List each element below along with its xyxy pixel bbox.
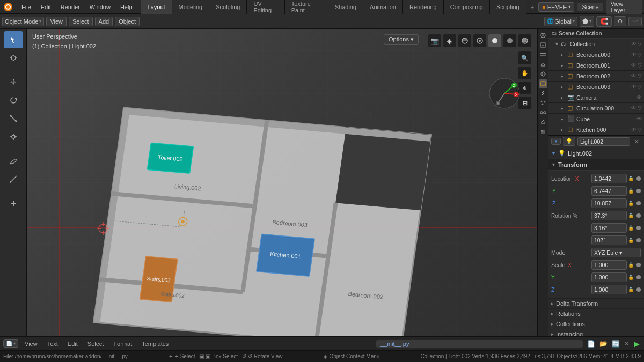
- instancing-section[interactable]: ▸ Instancing: [548, 329, 644, 336]
- location-z-lock[interactable]: 🔒: [628, 201, 635, 206]
- bedroom003-hide[interactable]: 👁: [631, 84, 636, 90]
- viewport-shade-render[interactable]: [518, 34, 531, 47]
- scale-x-lock[interactable]: 🔒: [628, 262, 635, 268]
- mode-dropdown[interactable]: XYZ Eule ▾: [591, 248, 641, 257]
- scale-x-dot[interactable]: [636, 263, 641, 267]
- script-select-menu[interactable]: Select: [84, 339, 107, 348]
- viewport-shade-solid[interactable]: [488, 34, 501, 47]
- relations-section[interactable]: ▸ Relations: [548, 309, 644, 319]
- tree-item-bedroom002[interactable]: ▸ ◫ Bedroom.002 👁 ▽: [548, 71, 644, 82]
- viewport-options[interactable]: Options ▾: [384, 34, 419, 45]
- prop-object-icon[interactable]: [539, 79, 547, 88]
- viewlayer-select[interactable]: View Layer: [606, 0, 642, 14]
- scene-select[interactable]: Scene: [577, 3, 603, 11]
- axis-gizmo[interactable]: Z X Y: [488, 77, 521, 109]
- move-tool[interactable]: [4, 73, 23, 91]
- pivot-select[interactable]: ⬟ ▾: [580, 16, 594, 27]
- prop-output-icon[interactable]: [539, 41, 547, 49]
- add-cube-tool[interactable]: [4, 195, 23, 212]
- bedroom001-filter[interactable]: ▽: [638, 62, 642, 68]
- location-y-lock[interactable]: 🔒: [628, 188, 635, 194]
- tab-scripting[interactable]: Scripting: [490, 0, 526, 14]
- circulation-hide[interactable]: 👁: [631, 105, 636, 111]
- rotation-y-field[interactable]: 3.16°: [591, 223, 627, 233]
- tab-uv-editing[interactable]: UV Editing: [247, 0, 284, 14]
- tree-item-circulation[interactable]: ▸ ◫ Circulation.000 👁 ▽: [548, 103, 644, 114]
- bedroom000-hide[interactable]: 👁: [631, 51, 636, 57]
- prop-world-icon[interactable]: [539, 70, 547, 78]
- menu-window[interactable]: Window: [85, 3, 115, 11]
- script-format-menu[interactable]: Format: [110, 339, 135, 348]
- script-text-menu[interactable]: Text: [44, 339, 61, 348]
- location-x-field[interactable]: 1.0442: [591, 174, 627, 183]
- light-obj-icon-btn[interactable]: 💡: [563, 137, 575, 146]
- delta-transform-section[interactable]: ▸ Delta Transform: [548, 299, 644, 309]
- add-menu[interactable]: Add: [95, 17, 113, 26]
- engine-select[interactable]: ● EEVEE ▾: [538, 2, 574, 12]
- rotation-x-lock[interactable]: 🔒: [628, 213, 635, 218]
- rotation-z-lock[interactable]: 🔒: [628, 238, 635, 243]
- transform-select[interactable]: 🌐 Global ▾: [544, 17, 577, 26]
- tab-compositing[interactable]: Compositing: [444, 0, 490, 14]
- mode-select[interactable]: Object Mode ▾: [2, 17, 44, 26]
- scale-tool[interactable]: [4, 110, 23, 127]
- tab-animation[interactable]: Animation: [363, 0, 403, 14]
- prop-material-icon[interactable]: [539, 128, 547, 136]
- menu-edit[interactable]: Edit: [36, 3, 55, 11]
- tab-layout[interactable]: Layout: [141, 0, 172, 14]
- script-filename-field[interactable]: __init__.py: [376, 340, 583, 348]
- material-view-btn[interactable]: ◈: [443, 34, 456, 47]
- location-z-dot[interactable]: [636, 201, 641, 205]
- collection-filter-icon[interactable]: ▽: [638, 41, 642, 47]
- script-reload-btn[interactable]: 🔄: [611, 339, 621, 349]
- gizmo-btn[interactable]: [473, 34, 486, 47]
- menu-help[interactable]: Help: [116, 3, 137, 11]
- transform-section-header[interactable]: ▼ Transform: [548, 159, 644, 171]
- tree-item-bedroom001[interactable]: ▸ ◫ Bedroom.001 👁 ▽: [548, 60, 644, 71]
- tree-item-bedroom000[interactable]: ▸ ◫ Bedroom.000 👁 ▽: [548, 49, 644, 60]
- script-close-btn[interactable]: ✕: [623, 339, 631, 349]
- rotation-z-dot[interactable]: [636, 238, 641, 242]
- prop-particles-icon[interactable]: [539, 99, 547, 107]
- script-templates-menu[interactable]: Templates: [138, 339, 172, 348]
- location-y-field[interactable]: 6.7447: [591, 186, 627, 196]
- measure-tool[interactable]: [4, 171, 23, 188]
- bedroom000-filter[interactable]: ▽: [638, 51, 642, 57]
- select-tool[interactable]: [4, 31, 23, 48]
- location-y-dot[interactable]: [636, 189, 641, 193]
- script-new-btn[interactable]: 📄: [586, 339, 596, 349]
- bedroom002-filter[interactable]: ▽: [638, 73, 642, 79]
- rotate-tool[interactable]: [4, 92, 23, 109]
- script-run-btn[interactable]: ▶: [633, 338, 641, 349]
- snap-toggle[interactable]: 🧲: [596, 16, 612, 27]
- location-x-lock[interactable]: 🔒: [628, 176, 635, 181]
- tree-item-camera[interactable]: ▸ 📷 Camera 👁: [548, 92, 644, 103]
- outliner-tree[interactable]: ▼ 🗂 Collection 👁 ▽ ▸ ◫ Bedroom.000: [548, 39, 644, 136]
- transform-tool[interactable]: [4, 128, 23, 145]
- rotation-z-field[interactable]: 107°: [591, 235, 627, 245]
- rotation-x-dot[interactable]: [636, 213, 641, 218]
- viewport[interactable]: Toilet.002 Living.002 Bedroom.003 Kitche…: [27, 29, 537, 336]
- prop-render-icon[interactable]: [539, 31, 547, 40]
- zoom-in-btn[interactable]: 🔍: [518, 51, 531, 64]
- proportional-toggle[interactable]: ⊙: [614, 16, 626, 26]
- menu-render[interactable]: Render: [56, 3, 84, 11]
- light002-name-field[interactable]: Light.002: [577, 137, 630, 146]
- light-select-dropdown[interactable]: ▼: [551, 138, 561, 145]
- viewport-shade-material[interactable]: [503, 34, 516, 47]
- object-menu[interactable]: Object: [115, 17, 140, 26]
- collection-hide-icon[interactable]: 👁: [631, 41, 636, 47]
- tree-item-bedroom003[interactable]: ▸ ◫ Bedroom.003 👁 ▽: [548, 82, 644, 92]
- script-bar-mode[interactable]: 📄 ▾: [3, 339, 18, 348]
- prop-modifier-icon[interactable]: [539, 89, 547, 98]
- scale-z-lock[interactable]: 🔒: [628, 287, 635, 292]
- tree-item-kitchen000[interactable]: ▸ ◫ Kitchen.000 👁 ▽: [548, 124, 644, 135]
- script-edit-menu[interactable]: Edit: [64, 339, 81, 348]
- prop-scene-icon[interactable]: [539, 60, 547, 69]
- scale-x-field[interactable]: 1.000: [591, 260, 627, 270]
- script-open-btn[interactable]: 📂: [598, 339, 609, 349]
- camera-hide[interactable]: 👁: [636, 94, 642, 100]
- menu-file[interactable]: File: [17, 3, 35, 11]
- prop-view-layer-icon[interactable]: [539, 50, 547, 59]
- script-view-menu[interactable]: View: [21, 339, 41, 348]
